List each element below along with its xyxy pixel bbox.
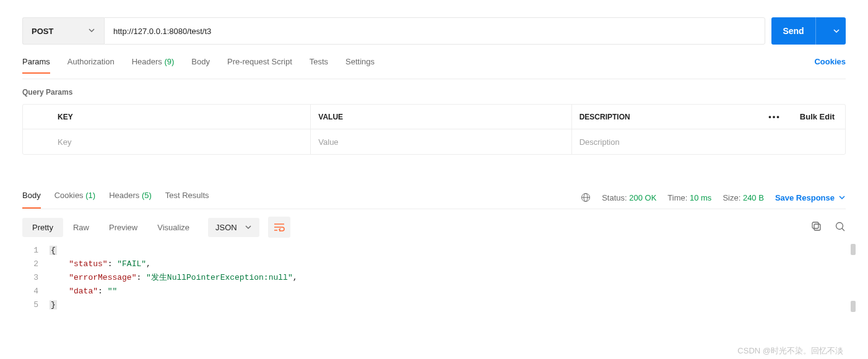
tab-body[interactable]: Body [191,57,210,74]
key-input[interactable]: Key [50,129,311,154]
query-params-title: Query Params [22,88,846,97]
wrap-lines-button[interactable] [268,217,290,238]
copy-icon[interactable] [811,221,822,234]
view-preview[interactable]: Preview [99,218,147,237]
response-tab-body[interactable]: Body [22,191,41,209]
tab-params[interactable]: Params [22,57,50,74]
scrollbar-handle[interactable] [851,301,856,312]
column-key: KEY [50,105,311,129]
bulk-edit-button[interactable]: Bulk Edit [789,105,845,129]
scrollbar-handle[interactable] [851,244,856,255]
time-label: Time: 10 ms [667,193,711,202]
column-value: VALUE [311,105,571,129]
chevron-down-icon [245,223,252,231]
wrap-icon [274,223,285,231]
svg-line-8 [842,228,844,231]
chevron-down-icon[interactable] [827,27,846,35]
more-options[interactable]: ••• [760,105,789,129]
code-line: 3 "errorMessage": "发生NullPointerExceptio… [22,271,846,285]
tab-pre-request[interactable]: Pre-request Script [227,57,292,74]
search-icon[interactable] [835,221,846,234]
response-body[interactable]: 1{2 "status": "FAIL",3 "errorMessage": "… [22,244,846,312]
url-input[interactable] [104,17,765,45]
table-row[interactable]: Key Value Description [23,129,845,154]
value-input[interactable]: Value [311,129,571,154]
code-line: 5} [22,298,846,312]
svg-rect-5 [814,224,820,230]
code-line: 1{ [22,244,846,257]
tab-headers[interactable]: Headers (9) [132,57,175,74]
status-label: Status: 200 OK [602,193,656,202]
params-table: KEY VALUE DESCRIPTION ••• Bulk Edit Key … [22,104,846,155]
checkbox-column [23,105,50,129]
view-visualize[interactable]: Visualize [147,218,199,237]
code-line: 2 "status": "FAIL", [22,257,846,271]
send-button[interactable]: Send [771,17,846,45]
code-line: 4 "data": "" [22,285,846,298]
method-select[interactable]: POST [22,17,104,45]
tab-settings[interactable]: Settings [345,57,375,74]
tab-tests[interactable]: Tests [310,57,328,74]
response-tab-cookies[interactable]: Cookies (1) [54,191,95,209]
description-input[interactable]: Description [572,129,760,154]
method-value: POST [32,27,53,36]
tab-headers-count: (9) [164,57,174,66]
svg-point-7 [836,222,843,229]
view-raw[interactable]: Raw [63,218,99,237]
globe-icon[interactable] [581,192,591,202]
response-tab-headers[interactable]: Headers (5) [109,191,152,209]
send-label: Send [771,17,816,45]
size-label: Size: 240 B [723,193,764,202]
response-tab-test-results[interactable]: Test Results [165,191,209,209]
save-response-button[interactable]: Save Response [775,193,846,202]
chevron-down-icon [838,194,846,201]
chevron-down-icon [88,27,95,36]
tab-headers-label: Headers [132,57,162,66]
view-pretty[interactable]: Pretty [22,218,63,237]
tab-authorization[interactable]: Authorization [67,57,115,74]
svg-rect-6 [812,222,818,228]
format-select[interactable]: JSON [208,218,259,237]
cookies-link[interactable]: Cookies [814,57,846,66]
column-description: DESCRIPTION [572,105,760,129]
